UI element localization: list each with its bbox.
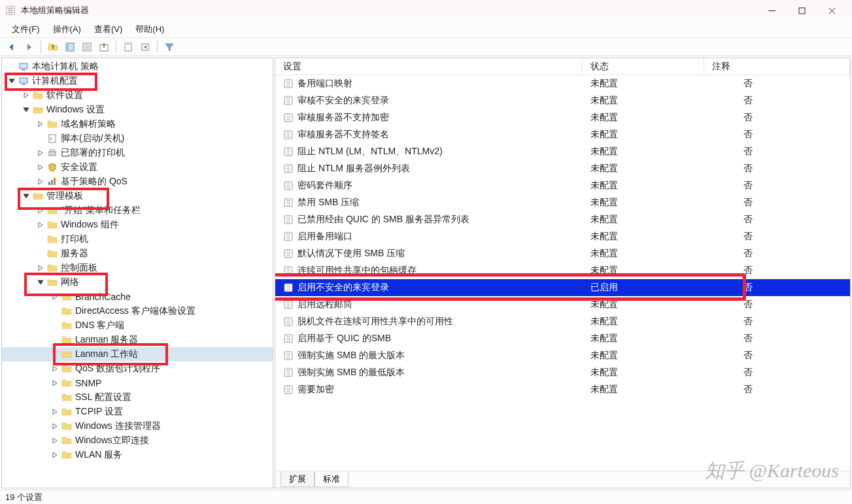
status-bar: 19 个设置 xyxy=(0,490,852,504)
tree-node[interactable]: 已部署的打印机 xyxy=(2,146,273,160)
tree-node[interactable]: Windows 组件 xyxy=(2,218,273,232)
tree-node[interactable]: "开始"菜单和任务栏 xyxy=(2,203,273,218)
tree-node[interactable]: Windows 设置 xyxy=(2,103,273,117)
up-button[interactable] xyxy=(45,39,61,55)
filter-button[interactable] xyxy=(162,39,177,55)
close-button[interactable] xyxy=(817,0,847,21)
list-row[interactable]: 启用基于 QUIC 的SMB未配置否 xyxy=(275,330,850,347)
forward-button[interactable] xyxy=(21,39,37,55)
tree-pane[interactable]: 本地计算机 策略计算机配置软件设置Windows 设置域名解析策略脚本(启动/关… xyxy=(1,58,273,488)
list-row[interactable]: 已禁用经由 QUIC 的 SMB 服务器异常列表未配置否 xyxy=(275,211,850,228)
tree-twisty-icon[interactable] xyxy=(36,249,45,258)
properties-button[interactable] xyxy=(120,39,136,55)
tree-twisty-icon[interactable] xyxy=(50,335,60,344)
list-row[interactable]: 审核服务器不支持签名未配置否 xyxy=(275,126,850,143)
tree-twisty-icon[interactable] xyxy=(50,364,60,373)
tree-twisty-icon[interactable] xyxy=(22,91,31,100)
tree-twisty-icon[interactable] xyxy=(7,76,16,86)
tree-node[interactable]: 软件设置 xyxy=(2,88,273,103)
tree-twisty-icon[interactable] xyxy=(50,422,60,431)
list-row[interactable]: 启用远程邮筒未配置否 xyxy=(275,296,850,313)
tree-node[interactable]: Windows立即连接 xyxy=(2,433,273,448)
list-row[interactable]: 默认情况下使用 SMB 压缩未配置否 xyxy=(275,245,850,262)
tree-node[interactable]: SSL 配置设置 xyxy=(2,390,273,405)
tab-standard[interactable]: 标准 xyxy=(315,472,349,487)
tree-twisty-icon[interactable] xyxy=(50,307,60,316)
tree-node[interactable]: SNMP xyxy=(2,376,273,390)
list-body[interactable]: 备用端口映射未配置否审核不安全的来宾登录未配置否审核服务器不支持加密未配置否审核… xyxy=(275,75,850,471)
tree-twisty-icon[interactable] xyxy=(36,120,45,129)
tree-twisty-icon[interactable] xyxy=(22,192,31,201)
tree-twisty-icon[interactable] xyxy=(50,393,60,402)
tree-node[interactable]: 域名解析策略 xyxy=(2,117,273,131)
show-hide-tree-button[interactable] xyxy=(62,39,78,55)
list-row[interactable]: 密码套件顺序未配置否 xyxy=(275,177,850,194)
tree-twisty-icon[interactable] xyxy=(36,263,45,273)
tree-twisty-icon[interactable] xyxy=(50,378,60,388)
list-row[interactable]: 禁用 SMB 压缩未配置否 xyxy=(275,194,850,211)
tree-twisty-icon[interactable] xyxy=(36,206,45,215)
tree-twisty-icon[interactable] xyxy=(36,220,45,229)
tree-twisty-icon[interactable] xyxy=(22,105,31,114)
list-row[interactable]: 审核不安全的来宾登录未配置否 xyxy=(275,92,850,109)
tree-twisty-icon[interactable] xyxy=(36,163,45,172)
menu-action[interactable]: 操作(A) xyxy=(46,22,88,37)
tree-node[interactable]: 本地计算机 策略 xyxy=(2,59,273,74)
refresh-button[interactable] xyxy=(137,39,153,55)
menu-help[interactable]: 帮助(H) xyxy=(129,22,171,37)
list-row[interactable]: 需要加密未配置否 xyxy=(275,381,850,398)
tree-twisty-icon[interactable] xyxy=(36,235,45,244)
tree-node[interactable]: 网络 xyxy=(2,275,273,290)
tree-label: QoS 数据包计划程序 xyxy=(75,363,160,375)
tab-extended[interactable]: 扩展 xyxy=(281,472,315,487)
tree-node[interactable]: BranchCache xyxy=(2,290,273,304)
list-row[interactable]: 强制实施 SMB 的最大版本未配置否 xyxy=(275,347,850,364)
column-note[interactable]: 注释 xyxy=(704,58,850,75)
tree-twisty-icon[interactable] xyxy=(50,436,60,445)
tree-node[interactable]: Lanman 服务器 xyxy=(2,333,273,347)
minimize-button[interactable] xyxy=(757,0,787,21)
tree-node[interactable]: 服务器 xyxy=(2,246,273,261)
tree-node[interactable]: Lanman 工作站 xyxy=(2,347,273,361)
tree-node[interactable]: 控制面板 xyxy=(2,261,273,275)
tree-twisty-icon[interactable] xyxy=(50,321,60,330)
column-state[interactable]: 状态 xyxy=(583,58,704,75)
list-row[interactable]: 脱机文件在连续可用性共享中的可用性未配置否 xyxy=(275,313,850,330)
back-button[interactable] xyxy=(4,39,20,55)
tree-twisty-icon[interactable] xyxy=(50,407,60,416)
export-button[interactable] xyxy=(96,39,112,55)
tree-node[interactable]: DirectAccess 客户端体验设置 xyxy=(2,304,273,318)
tree-node[interactable]: Windows 连接管理器 xyxy=(2,419,273,433)
tree-twisty-icon[interactable] xyxy=(36,177,45,186)
tree-node[interactable]: 管理模板 xyxy=(2,189,273,203)
tree-twisty-icon[interactable] xyxy=(36,134,45,143)
list-row[interactable]: 阻止 NTLM 服务器例外列表未配置否 xyxy=(275,160,850,177)
tree-twisty-icon[interactable] xyxy=(50,292,60,301)
tree-node[interactable]: 基于策略的 QoS xyxy=(2,175,273,189)
tree-node[interactable]: 打印机 xyxy=(2,232,273,246)
tree-node[interactable]: WLAN 服务 xyxy=(2,448,273,462)
tree-twisty-icon[interactable] xyxy=(36,148,45,158)
menu-file[interactable]: 文件(F) xyxy=(5,22,46,37)
tree-twisty-icon[interactable] xyxy=(50,350,60,359)
list-row[interactable]: 启用备用端口未配置否 xyxy=(275,228,850,245)
details-button[interactable] xyxy=(79,39,95,55)
list-row[interactable]: 启用不安全的来宾登录已启用否 xyxy=(275,279,850,296)
list-row[interactable]: 强制实施 SMB 的最低版本未配置否 xyxy=(275,364,850,381)
tree-twisty-icon[interactable] xyxy=(50,450,60,460)
tree-twisty-icon[interactable] xyxy=(36,278,45,287)
list-row[interactable]: 阻止 NTLM (LM、NTLM、NTLMv2)未配置否 xyxy=(275,143,850,160)
maximize-button[interactable] xyxy=(787,0,817,21)
menu-view[interactable]: 查看(V) xyxy=(88,22,129,37)
tree-node[interactable]: QoS 数据包计划程序 xyxy=(2,361,273,376)
tree-node[interactable]: TCPIP 设置 xyxy=(2,405,273,419)
list-row[interactable]: 审核服务器不支持加密未配置否 xyxy=(275,109,850,126)
tree-node[interactable]: 计算机配置 xyxy=(2,74,273,88)
tree-node[interactable]: 安全设置 xyxy=(2,160,273,175)
tree-node[interactable]: 脚本(启动/关机) xyxy=(2,131,273,146)
tree-twisty-icon[interactable] xyxy=(7,62,16,71)
list-row[interactable]: 备用端口映射未配置否 xyxy=(275,75,850,92)
column-setting[interactable]: 设置 xyxy=(275,58,583,75)
list-row[interactable]: 连续可用性共享中的句柄缓存未配置否 xyxy=(275,262,850,279)
tree-node[interactable]: DNS 客户端 xyxy=(2,318,273,333)
